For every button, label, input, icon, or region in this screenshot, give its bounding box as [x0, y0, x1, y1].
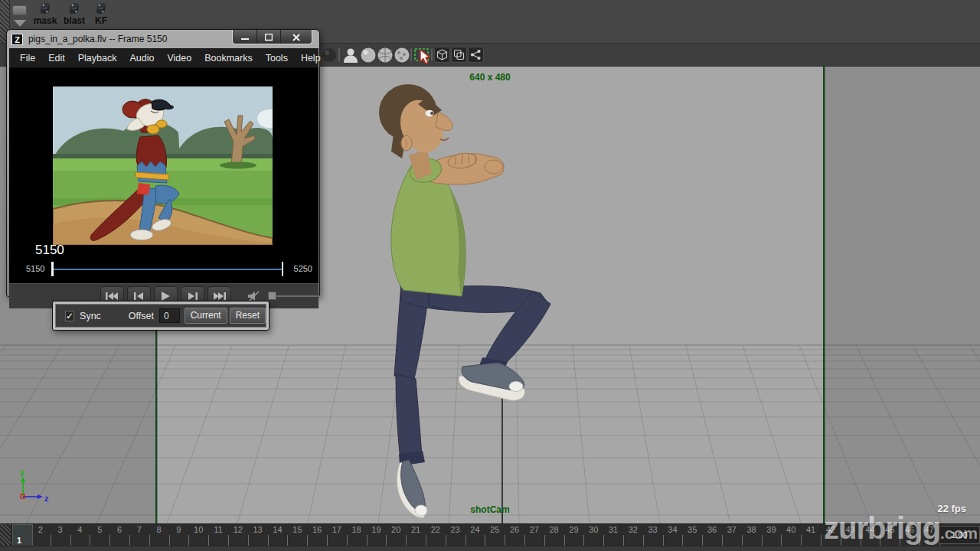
player-menubar: File Edit Playback Audio Video Bookmarks…: [9, 48, 318, 68]
play-icon: [162, 292, 170, 301]
minimize-button[interactable]: [233, 30, 256, 44]
z-axis-label: z: [44, 494, 49, 503]
video-timeline-track[interactable]: [51, 269, 283, 270]
frame-tick: [920, 535, 920, 546]
video-current-frame: 5150: [35, 243, 64, 258]
shaded-sphere-icon[interactable]: [321, 46, 338, 64]
frame-tick: [248, 535, 249, 546]
frame-tick: [90, 535, 90, 546]
default-material-icon[interactable]: [342, 46, 359, 64]
frame-tick: [762, 535, 763, 546]
character-3d[interactable]: [379, 84, 550, 518]
close-button[interactable]: [280, 30, 312, 44]
range-slider[interactable]: [0, 546, 980, 551]
playback-speed-field[interactable]: 1.00: [939, 526, 980, 544]
textured-shading-icon[interactable]: [394, 46, 410, 64]
frame-tick: [70, 535, 71, 546]
go-to-start-icon: [106, 292, 118, 301]
player-client-area: File Edit Playback Audio Video Bookmarks…: [9, 48, 318, 290]
frame-number: 35: [682, 525, 702, 534]
frame-number: 31: [603, 525, 623, 534]
volume-handle[interactable]: [268, 292, 276, 300]
menu-playback[interactable]: Playback: [78, 53, 117, 64]
app-icon: Z: [11, 34, 23, 45]
camera-name-hud: shotCam: [156, 504, 824, 515]
frame-tick: [821, 535, 822, 546]
sync-panel: ✓ Sync Offset 0 Current Reset: [52, 301, 270, 331]
frame-number: 22: [426, 525, 446, 534]
python-icon: [94, 2, 108, 15]
current-button[interactable]: Current: [185, 308, 227, 324]
shelf-menu-arrow-icon[interactable]: [14, 20, 26, 27]
axis-indicator: y z: [20, 468, 49, 503]
frame-tick: [702, 535, 703, 546]
menu-audio[interactable]: Audio: [129, 53, 154, 64]
frame-number: 41: [801, 525, 821, 534]
volume-slider[interactable]: [268, 295, 318, 297]
menu-help[interactable]: Help: [301, 53, 321, 64]
current-frame-value: 1: [17, 536, 21, 545]
frame-number: 23: [446, 525, 466, 534]
frame-number: 26: [505, 525, 524, 534]
frame-tick: [781, 535, 782, 546]
frame-tick: [485, 535, 485, 546]
sync-checkbox[interactable]: ✓: [65, 311, 74, 321]
menu-bookmarks[interactable]: Bookmarks: [204, 53, 253, 64]
video-timeline[interactable]: 5150 5250: [9, 259, 318, 279]
time-slider[interactable]: 1234567891011121314151617181920212223242…: [0, 523, 980, 546]
fps-hud: 22 fps: [937, 503, 966, 514]
frame-tick: [327, 535, 328, 546]
video-frame-illustration: [53, 86, 273, 245]
frame-number: 16: [307, 525, 327, 534]
maximize-button[interactable]: [256, 30, 280, 44]
sync-label: Sync: [80, 311, 101, 321]
reference-player-window[interactable]: Z pigs_in_a_polka.flv -- Frame 5150 File…: [6, 29, 320, 297]
frame-number: 7: [129, 525, 149, 534]
shelf-tab-button[interactable]: [12, 5, 27, 15]
shelf-item-mask[interactable]: mask: [31, 2, 60, 26]
frame-number: 11: [208, 525, 228, 534]
window-buttons: [232, 30, 312, 44]
mute-icon[interactable]: [248, 291, 260, 302]
frame-number: 17: [327, 525, 347, 534]
frame-number: 29: [564, 525, 583, 534]
frame-tick: [682, 535, 683, 546]
reset-button[interactable]: Reset: [230, 308, 266, 324]
frame-tick: [466, 535, 466, 546]
isolate-select-button[interactable]: [434, 47, 450, 63]
shelf-item-label: KF: [87, 15, 116, 26]
frame-tick: [446, 535, 446, 546]
offset-input[interactable]: 0: [159, 308, 180, 323]
xray-button[interactable]: [451, 47, 467, 63]
menu-tools[interactable]: Tools: [266, 53, 288, 64]
frame-number: 42: [821, 525, 841, 534]
menu-edit[interactable]: Edit: [48, 53, 65, 64]
share-icon: [470, 49, 482, 60]
time-slider-grip[interactable]: [0, 524, 11, 546]
frame-tick: [426, 535, 426, 546]
wireframe-shading-icon[interactable]: [377, 46, 394, 64]
maya-application: mask blast KF: [0, 0, 980, 551]
frame-number: 15: [287, 525, 307, 534]
flat-shading-icon[interactable]: [360, 46, 377, 64]
frame-tick: [228, 535, 229, 546]
minimize-icon: [241, 34, 249, 41]
toolbar-separator: [410, 48, 412, 61]
frame-tick: [169, 535, 170, 546]
menu-video[interactable]: Video: [167, 53, 191, 64]
frame-number: 2: [31, 525, 51, 534]
plugin-shapes-button[interactable]: [468, 47, 484, 63]
frame-number: 36: [702, 525, 722, 534]
frame-number: 24: [465, 525, 485, 534]
frame-tick: [583, 535, 584, 546]
video-playhead[interactable]: [51, 262, 54, 276]
frame-tick: [109, 535, 110, 546]
frame-number: 45: [880, 525, 900, 534]
shelf-item-blast[interactable]: blast: [60, 2, 89, 26]
shelf-item-kf[interactable]: KF: [87, 2, 116, 26]
menu-file[interactable]: File: [20, 53, 35, 64]
python-icon: [67, 2, 81, 15]
current-frame-marker[interactable]: 1: [12, 524, 33, 546]
python-icon: [38, 2, 52, 15]
frame-tick: [347, 535, 348, 546]
